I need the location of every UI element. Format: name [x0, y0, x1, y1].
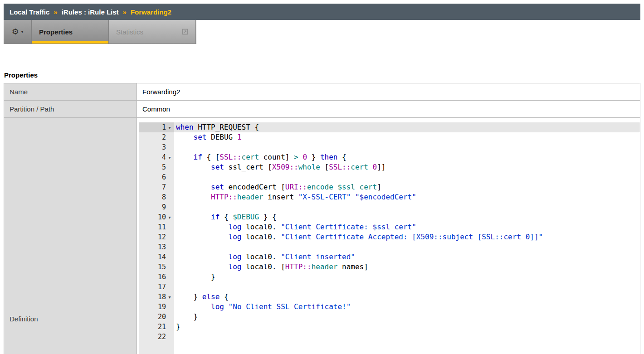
code-line[interactable]: HTTP::header insert "X-SSL-CERT" "$encod… — [174, 192, 640, 202]
code-line[interactable]: log "No Client SSL Certificate!" — [174, 302, 640, 312]
tab-bar: ⚙ ▾ Properties Statistics — [4, 20, 196, 44]
line-number: 20 — [158, 313, 166, 321]
table-row-partition: Partition / Path Common — [4, 101, 640, 118]
code-token: "X-SSL-CERT" — [298, 193, 351, 201]
code-line[interactable]: log local0. [HTTP::header names] — [174, 262, 640, 272]
code-editor[interactable]: 1▾234▾5678910▾1112131415161718▾19202122 … — [139, 122, 640, 354]
code-token — [176, 252, 229, 261]
gutter-line: 21 — [139, 322, 174, 332]
breadcrumb-item-irule-list[interactable]: iRules : iRule List — [62, 8, 119, 16]
code-token: count] — [259, 153, 294, 161]
code-token: } — [307, 153, 320, 161]
fold-icon[interactable]: ▾ — [166, 215, 173, 220]
tab-properties[interactable]: Properties — [32, 20, 109, 44]
editor-code[interactable]: when HTTP_REQUEST { set DEBUG 1 if { [SS… — [174, 122, 640, 354]
breadcrumb-item-local-traffic[interactable]: Local Traffic — [10, 8, 49, 16]
code-line[interactable]: } — [174, 312, 640, 322]
code-line[interactable]: when HTTP_REQUEST { — [174, 122, 640, 132]
code-token: local0. — [242, 233, 281, 241]
code-token: URI:: — [285, 183, 307, 191]
gutter-line: 20 — [139, 312, 174, 322]
code-token: } — [176, 292, 202, 301]
code-line[interactable] — [174, 202, 640, 212]
code-line[interactable]: } — [174, 272, 640, 282]
code-token: { — [337, 153, 346, 161]
section-title: Properties — [4, 71, 640, 79]
code-token: > — [294, 153, 298, 161]
code-line[interactable] — [174, 242, 640, 252]
tab-properties-label: Properties — [39, 28, 73, 36]
line-number: 2 — [162, 133, 166, 141]
code-token: "Client Certificate Accepted: [X509::sub… — [281, 233, 543, 241]
line-number: 22 — [158, 333, 166, 341]
fold-icon[interactable]: ▾ — [166, 155, 173, 160]
gutter-line: 7 — [139, 182, 174, 192]
line-number: 13 — [158, 243, 166, 251]
tab-statistics[interactable]: Statistics — [109, 20, 196, 44]
code-token: cert — [351, 163, 368, 171]
fold-icon[interactable]: ▾ — [166, 125, 173, 130]
code-token: if — [194, 153, 202, 161]
code-token: "Client Certificate: $ssl_cert" — [281, 223, 416, 231]
code-token: } — [176, 312, 198, 321]
code-line[interactable] — [174, 282, 640, 292]
gutter-line: 9 — [139, 202, 174, 212]
table-row-definition: Definition 1▾234▾5678910▾111213141516171… — [4, 118, 640, 354]
code-token: names] — [337, 262, 368, 271]
gutter-line: 19 — [139, 302, 174, 312]
line-number: 19 — [158, 303, 166, 311]
table-row-name: Name Forwarding2 — [4, 83, 640, 101]
code-token: log — [229, 252, 242, 261]
row-label-definition: Definition — [4, 118, 137, 354]
gutter-line: 1▾ — [139, 122, 174, 132]
code-token: log — [211, 302, 224, 311]
line-number: 11 — [158, 223, 166, 231]
line-number: 4 — [162, 153, 166, 161]
code-line[interactable] — [174, 332, 640, 342]
page: Local Traffic » iRules : iRule List » Fo… — [0, 0, 644, 354]
name-value: Forwarding2 — [137, 83, 640, 101]
code-token: whole — [298, 163, 320, 171]
code-token — [176, 153, 194, 161]
code-token: then — [320, 153, 338, 161]
code-token — [176, 223, 229, 231]
gutter-line: 13 — [139, 242, 174, 252]
code-token — [368, 163, 373, 171]
code-line[interactable]: } — [174, 322, 640, 332]
code-line[interactable]: if { $DEBUG } { — [174, 212, 640, 222]
code-line[interactable]: log local0. "Client inserted" — [174, 252, 640, 262]
line-number: 9 — [162, 203, 166, 211]
code-token: 0 — [373, 163, 377, 171]
line-number: 18 — [158, 293, 166, 301]
code-line[interactable]: log local0. "Client Certificate Accepted… — [174, 232, 640, 242]
code-line[interactable] — [174, 172, 640, 182]
code-token: "No Client SSL Certificate!" — [229, 302, 351, 311]
code-token: ]] — [377, 163, 385, 171]
gutter-line: 5 — [139, 162, 174, 172]
tab-statistics-label: Statistics — [116, 28, 143, 36]
line-number: 8 — [162, 193, 166, 201]
code-token: HTTP:: — [211, 193, 237, 201]
gear-icon: ⚙ — [12, 28, 19, 36]
properties-table: Name Forwarding2 Partition / Path Common… — [4, 83, 640, 354]
gutter-line: 16 — [139, 272, 174, 282]
chevron-down-icon: ▾ — [21, 29, 24, 34]
code-line[interactable]: set ssl_cert [X509::whole [SSL::cert 0]] — [174, 162, 640, 172]
code-line[interactable]: log local0. "Client Certificate: $ssl_ce… — [174, 222, 640, 232]
line-number: 14 — [158, 253, 166, 261]
code-token: $ssl_cert — [337, 183, 377, 191]
code-line[interactable] — [174, 142, 640, 152]
row-label-name: Name — [4, 83, 137, 101]
code-token — [224, 302, 229, 311]
row-label-partition: Partition / Path — [4, 101, 137, 118]
code-line[interactable]: set DEBUG 1 — [174, 132, 640, 142]
code-token: local0. [ — [242, 262, 285, 271]
code-token: $DEBUG — [233, 213, 259, 221]
code-token: else — [202, 292, 220, 301]
options-menu-button[interactable]: ⚙ ▾ — [4, 20, 32, 44]
code-line[interactable]: if { [SSL::cert count] > 0 } then { — [174, 152, 640, 162]
code-line[interactable]: set encodedCert [URI::encode $ssl_cert] — [174, 182, 640, 192]
code-line[interactable]: } else { — [174, 292, 640, 302]
line-number: 7 — [162, 183, 166, 191]
fold-icon[interactable]: ▾ — [166, 295, 173, 300]
